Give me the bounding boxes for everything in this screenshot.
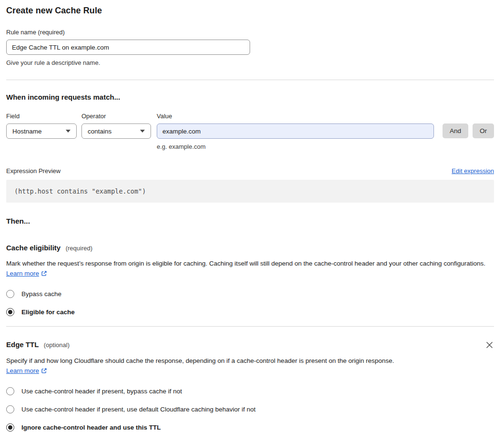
operator-select-value: contains xyxy=(88,128,111,135)
learn-more-link[interactable]: Learn more xyxy=(6,270,39,277)
and-button[interactable]: And xyxy=(443,123,468,138)
then-heading: Then... xyxy=(6,217,494,226)
field-select[interactable]: Hostname xyxy=(6,123,77,139)
or-button[interactable]: Or xyxy=(473,123,494,138)
radio-button-icon[interactable] xyxy=(6,387,14,395)
rule-name-section: Rule name (required) Give your rule a de… xyxy=(6,29,494,66)
divider xyxy=(6,326,494,327)
rule-name-input[interactable] xyxy=(6,40,250,55)
external-link-icon xyxy=(41,270,47,277)
expression-preview-row: Expression Preview Edit expression xyxy=(6,167,494,175)
close-icon[interactable] xyxy=(485,340,494,350)
page-title: Create new Cache Rule xyxy=(6,6,494,16)
edge-ttl-description: Specify if and how long Cloudflare shoul… xyxy=(6,356,406,376)
cache-eligibility-qualifier: (required) xyxy=(66,245,92,252)
radio-option-ignore-header-ttl[interactable]: Ignore cache-control header and use this… xyxy=(6,423,494,432)
rule-name-label: Rule name (required) xyxy=(6,29,494,36)
rule-name-help: Give your rule a descriptive name. xyxy=(6,59,494,66)
cache-eligibility-section: Cache eligibility (required) Mark whethe… xyxy=(6,244,494,316)
radio-option-use-header-bypass[interactable]: Use cache-control header if present, byp… xyxy=(6,387,494,395)
expression-preview-code: (http.host contains "example.com") xyxy=(6,180,494,203)
expression-builder-row: Field Hostname Operator contains Value A… xyxy=(6,113,494,139)
field-select-value: Hostname xyxy=(12,128,42,135)
edge-ttl-options: Use cache-control header if present, byp… xyxy=(6,387,494,432)
chevron-down-icon xyxy=(140,130,145,133)
radio-option-bypass-cache[interactable]: Bypass cache xyxy=(6,290,494,298)
operator-select[interactable]: contains xyxy=(81,123,151,139)
divider xyxy=(6,80,494,80)
radio-button-icon[interactable] xyxy=(6,423,14,432)
edge-ttl-heading: Edge TTL xyxy=(6,340,39,349)
edge-ttl-section: Edge TTL (optional) Specify if and how l… xyxy=(6,340,494,432)
cache-eligibility-options: Bypass cache Eligible for cache xyxy=(6,290,494,316)
edge-ttl-heading-wrap: Edge TTL (optional) xyxy=(6,340,70,349)
radio-option-eligible-for-cache[interactable]: Eligible for cache xyxy=(6,308,494,316)
edit-expression-link[interactable]: Edit expression xyxy=(452,167,494,175)
value-help: e.g. example.com xyxy=(157,143,494,150)
expression-preview-label: Expression Preview xyxy=(6,167,60,175)
edge-ttl-qualifier: (optional) xyxy=(44,341,70,349)
external-link-icon xyxy=(41,368,47,374)
operator-label: Operator xyxy=(81,113,151,120)
radio-option-use-header-default[interactable]: Use cache-control header if present, use… xyxy=(6,405,494,413)
match-section: When incoming requests match... Field Ho… xyxy=(6,93,494,203)
field-label: Field xyxy=(6,113,77,120)
value-input[interactable] xyxy=(157,123,434,139)
cache-eligibility-heading: Cache eligibility xyxy=(6,244,60,252)
radio-button-icon[interactable] xyxy=(6,308,14,316)
value-label: Value xyxy=(157,113,434,120)
cache-eligibility-description: Mark whether the request’s response from… xyxy=(6,258,494,278)
radio-button-icon[interactable] xyxy=(6,290,14,298)
match-heading: When incoming requests match... xyxy=(6,93,494,101)
radio-button-icon[interactable] xyxy=(6,405,14,413)
learn-more-link[interactable]: Learn more xyxy=(6,367,39,374)
cache-eligibility-heading-wrap: Cache eligibility (required) xyxy=(6,244,92,252)
chevron-down-icon xyxy=(66,130,71,133)
